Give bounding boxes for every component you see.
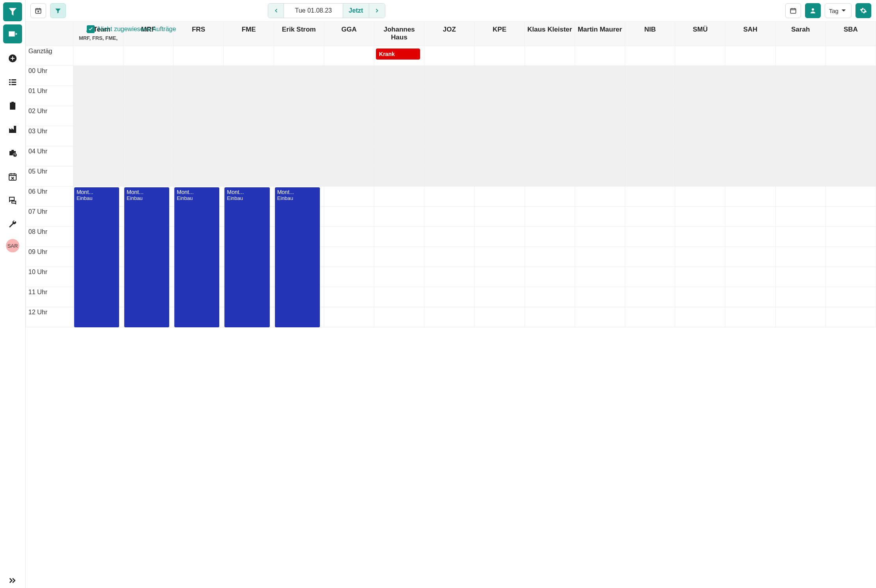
calendar-cell[interactable] (374, 106, 424, 126)
calendar-cell[interactable] (474, 86, 525, 106)
calendar-cell[interactable] (725, 267, 775, 287)
calendar-cell[interactable] (775, 166, 826, 186)
calendar-cell[interactable] (525, 206, 575, 226)
logo-button[interactable] (3, 2, 22, 21)
calendar-event[interactable]: Mont...Einbau (275, 187, 320, 327)
calendar-cell[interactable] (775, 267, 826, 287)
calendar-cell[interactable] (324, 267, 374, 287)
sidebar-nav-calendar-x[interactable] (3, 167, 22, 186)
calendar-cell[interactable] (73, 65, 123, 86)
calendar-cell[interactable] (174, 166, 224, 186)
calendar-cell[interactable] (224, 126, 274, 146)
resource-header[interactable]: FME (224, 22, 274, 46)
allday-cell[interactable] (725, 46, 775, 65)
calendar-cell[interactable] (826, 65, 876, 86)
calendar-cell[interactable] (174, 86, 224, 106)
calendar-cell[interactable] (725, 65, 775, 86)
calendar-cell[interactable] (525, 226, 575, 246)
calendar-cell[interactable] (575, 146, 625, 166)
next-day-button[interactable] (369, 4, 385, 18)
calendar-cell[interactable] (324, 246, 374, 267)
sidebar-nav-clipboard[interactable] (3, 96, 22, 115)
calendar-cell[interactable] (675, 307, 725, 327)
calendar-cell[interactable] (474, 146, 525, 166)
calendar-cell[interactable] (775, 307, 826, 327)
calendar-cell[interactable] (474, 267, 525, 287)
calendar-cell[interactable] (224, 166, 274, 186)
calendar-cell[interactable] (73, 86, 123, 106)
prev-day-button[interactable] (268, 4, 284, 18)
calendar-cell[interactable] (123, 65, 174, 86)
calendar-cell[interactable] (775, 146, 826, 166)
calendar-cell[interactable] (725, 86, 775, 106)
filter-button[interactable] (50, 3, 66, 18)
calendar-cell[interactable] (474, 166, 525, 186)
calendar-cell[interactable] (775, 86, 826, 106)
current-date-label[interactable]: Tue 01.08.23 (284, 4, 343, 18)
calendar-cell[interactable] (474, 206, 525, 226)
calendar-event[interactable]: Mont...Einbau (174, 187, 219, 327)
calendar-cell[interactable] (73, 146, 123, 166)
resource-header[interactable]: KPE (474, 22, 525, 46)
calendar-cell[interactable] (525, 166, 575, 186)
calendar-cell[interactable] (224, 146, 274, 166)
resource-mode-button[interactable] (805, 3, 821, 18)
calendar-cell[interactable] (775, 226, 826, 246)
calendar-cell[interactable] (274, 86, 324, 106)
calendar-cell[interactable] (274, 126, 324, 146)
calendar-cell[interactable] (324, 287, 374, 307)
sidebar-expand[interactable] (0, 576, 25, 585)
calendar-cell[interactable] (73, 166, 123, 186)
calendar-cell[interactable] (424, 106, 474, 126)
calendar-cell[interactable] (424, 186, 474, 206)
calendar-cell[interactable] (374, 186, 424, 206)
allday-cell[interactable] (274, 46, 324, 65)
calendar-cell[interactable] (424, 287, 474, 307)
calendar-cell[interactable] (675, 186, 725, 206)
now-button[interactable]: Jetzt (343, 4, 369, 18)
calendar-cell[interactable] (675, 166, 725, 186)
calendar-cell[interactable] (374, 307, 424, 327)
calendar-cell[interactable] (826, 246, 876, 267)
calendar-cell[interactable]: Mont...Einbau (73, 186, 123, 206)
calendar-cell[interactable] (625, 166, 675, 186)
calendar-cell[interactable] (474, 186, 525, 206)
allday-cell[interactable] (174, 46, 224, 65)
calendar-cell[interactable] (174, 106, 224, 126)
calendar-cell[interactable] (625, 246, 675, 267)
allday-cell[interactable] (123, 46, 174, 65)
calendar-cell[interactable] (424, 126, 474, 146)
calendar-cell[interactable] (123, 126, 174, 146)
calendar-cell[interactable] (575, 106, 625, 126)
calendar-cell[interactable] (424, 146, 474, 166)
calendar-cell[interactable] (424, 307, 474, 327)
allday-cell[interactable] (826, 46, 876, 65)
calendar-cell[interactable] (424, 246, 474, 267)
resource-header[interactable]: NIB (625, 22, 675, 46)
calendar-cell[interactable] (575, 206, 625, 226)
calendar-cell[interactable] (625, 287, 675, 307)
calendar-cell[interactable] (826, 226, 876, 246)
calendar-cell[interactable] (374, 65, 424, 86)
calendar-cell[interactable] (826, 126, 876, 146)
calendar-cell[interactable] (575, 267, 625, 287)
calendar-cell[interactable] (224, 65, 274, 86)
calendar-cell[interactable] (675, 246, 725, 267)
calendar-cell[interactable] (224, 106, 274, 126)
resource-header[interactable]: GGA (324, 22, 374, 46)
calendar-cell[interactable] (474, 246, 525, 267)
allday-cell[interactable] (324, 46, 374, 65)
calendar-cell[interactable] (274, 106, 324, 126)
calendar-cell[interactable] (474, 287, 525, 307)
calendar-cell[interactable] (575, 287, 625, 307)
calendar-cell[interactable] (826, 186, 876, 206)
resource-header[interactable]: Sarah (775, 22, 826, 46)
calendar-cell[interactable] (424, 226, 474, 246)
calendar-cell[interactable] (374, 126, 424, 146)
calendar-cell[interactable] (374, 226, 424, 246)
calendar-cell[interactable] (725, 206, 775, 226)
dispatch-button[interactable] (3, 24, 22, 43)
resource-header[interactable]: Martin Maurer (575, 22, 625, 46)
calendar-cell[interactable] (424, 86, 474, 106)
calendar-cell[interactable] (625, 106, 675, 126)
